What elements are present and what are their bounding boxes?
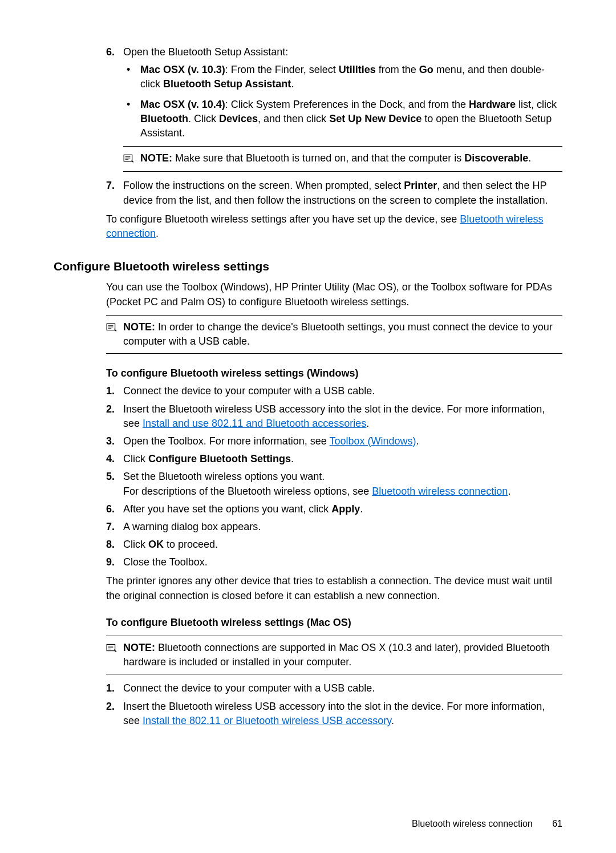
b: Set Up New Device — [329, 113, 422, 124]
t: For descriptions of the Bluetooth wirele… — [123, 484, 562, 499]
page-number: 61 — [552, 819, 562, 828]
step-6-bullet-2-content: Mac OSX (v. 10.4): Click System Preferen… — [140, 98, 562, 141]
step-6-note: NOTE: Make sure that Bluetooth is turned… — [123, 146, 562, 172]
t: Make sure that Bluetooth is turned on, a… — [172, 152, 464, 164]
win-step-8: 8. Click OK to proceed. — [106, 537, 562, 552]
t: , and then click — [258, 113, 329, 124]
footer-title: Bluetooth wireless connection — [412, 819, 533, 828]
t: . — [508, 486, 510, 497]
win-step-1: 1. Connect the device to your computer w… — [106, 384, 562, 398]
b: OK — [148, 539, 164, 550]
b: Printer — [404, 180, 437, 191]
intro-paragraph: You can use the Toolbox (Windows), HP Pr… — [106, 280, 562, 309]
b: Apply — [331, 503, 360, 515]
t: For descriptions of the Bluetooth wirele… — [123, 486, 372, 497]
mac-step-1: 1. Connect the device to your computer w… — [106, 681, 562, 696]
win-step-3: 3. Open the Toolbox. For more informatio… — [106, 434, 562, 448]
b: Devices — [219, 113, 258, 124]
win-after-paragraph: The printer ignores any other device tha… — [106, 574, 562, 603]
t: . — [391, 715, 394, 726]
b: Discoverable — [464, 152, 528, 164]
windows-subhead: To configure Bluetooth wireless settings… — [106, 366, 562, 381]
link-install-80211-bluetooth-usb[interactable]: Install the 802.11 or Bluetooth wireless… — [143, 715, 391, 726]
t: Click OK to proceed. — [123, 537, 562, 552]
win-step-6: 6. After you have set the options you wa… — [106, 502, 562, 516]
step-7: 7. Follow the instructions on the screen… — [106, 179, 562, 207]
t: Follow the instructions on the screen. W… — [123, 180, 404, 191]
win-step-2: 2. Insert the Bluetooth wireless USB acc… — [106, 402, 562, 431]
n: 7. — [106, 520, 123, 534]
step-6-bullet-1: • Mac OSX (v. 10.3): From the Finder, se… — [123, 63, 562, 91]
b: Bluetooth Setup Assistant — [163, 78, 291, 90]
b: Utilities — [339, 64, 376, 75]
n: 8. — [106, 537, 123, 552]
step-6-text: Open the Bluetooth Setup Assistant: — [123, 45, 562, 59]
note-icon — [123, 151, 140, 167]
step-6-bullet-2: • Mac OSX (v. 10.4): Click System Prefer… — [123, 98, 562, 141]
t: from the — [376, 64, 419, 75]
step-7-number: 7. — [106, 179, 123, 207]
t: A warning dialog box appears. — [123, 520, 562, 534]
t: . — [366, 418, 369, 429]
link-install-80211-bluetooth[interactable]: Install and use 802.11 and Bluetooth acc… — [143, 418, 366, 429]
t: Click — [123, 539, 148, 550]
b: Bluetooth — [140, 113, 188, 124]
note-label: NOTE: — [123, 321, 155, 333]
t: list, click — [516, 99, 557, 110]
t: Click — [123, 453, 148, 464]
t: . — [291, 78, 294, 90]
note-label: NOTE: — [123, 642, 155, 653]
b: Hardware — [469, 99, 516, 110]
bullet-dot-icon: • — [123, 63, 140, 91]
t: After you have set the options you want,… — [123, 502, 562, 516]
t: Click Configure Bluetooth Settings. — [123, 452, 562, 466]
b: Mac OSX (v. 10.3) — [140, 64, 225, 75]
after-step-7-paragraph: To configure Bluetooth wireless settings… — [106, 212, 562, 241]
t: Close the Toolbox. — [123, 555, 562, 569]
t: Open the Toolbox. For more information, … — [123, 434, 562, 448]
b: Mac OSX (v. 10.4) — [140, 99, 225, 110]
t: . Click — [188, 113, 219, 124]
page-footer: Bluetooth wireless connection 61 — [412, 818, 562, 830]
step-6-note-text: NOTE: Make sure that Bluetooth is turned… — [140, 151, 562, 165]
n: 2. — [106, 402, 123, 431]
link-bluetooth-wireless-connection-2[interactable]: Bluetooth wireless connection — [372, 486, 508, 497]
mac-note-text: NOTE: Bluetooth connections are supporte… — [123, 641, 562, 669]
b: Go — [419, 64, 433, 75]
t: Open the Toolbox. For more information, … — [123, 435, 330, 447]
t: : From the Finder, select — [225, 64, 339, 75]
t: Connect the device to your computer with… — [123, 681, 562, 696]
mac-step-2: 2. Insert the Bluetooth wireless USB acc… — [106, 700, 562, 728]
n: 6. — [106, 502, 123, 516]
t: Insert the Bluetooth wireless USB access… — [123, 402, 562, 431]
bullet-dot-icon: • — [123, 98, 140, 141]
t: Set the Bluetooth wireless options you w… — [123, 470, 562, 484]
step-6-number: 6. — [106, 45, 123, 59]
mac-note: NOTE: Bluetooth connections are supporte… — [106, 636, 562, 674]
t: To configure Bluetooth wireless settings… — [106, 213, 460, 225]
main-note: NOTE: In order to change the device's Bl… — [106, 315, 562, 354]
step-6: 6. Open the Bluetooth Setup Assistant: — [106, 45, 562, 59]
t: Insert the Bluetooth wireless USB access… — [123, 700, 562, 728]
heading-configure-bluetooth: Configure Bluetooth wireless settings — [54, 258, 562, 274]
b: Configure Bluetooth Settings — [148, 453, 291, 464]
n: 9. — [106, 555, 123, 569]
n: 1. — [106, 384, 123, 398]
t: After you have set the options you want,… — [123, 503, 331, 515]
n: 1. — [106, 681, 123, 696]
t: : Click System Preferences in the Dock, … — [225, 99, 469, 110]
link-toolbox-windows[interactable]: Toolbox (Windows) — [330, 435, 416, 447]
t: . — [528, 152, 531, 164]
win-step-5: 5. Set the Bluetooth wireless options yo… — [106, 470, 562, 498]
t: . — [291, 453, 294, 464]
t: Bluetooth connections are supported in M… — [123, 642, 549, 668]
win-step-7: 7. A warning dialog box appears. — [106, 520, 562, 534]
main-note-text: NOTE: In order to change the device's Bl… — [123, 320, 562, 349]
n: 5. — [106, 470, 123, 498]
n: 2. — [106, 700, 123, 728]
mac-subhead: To configure Bluetooth wireless settings… — [106, 616, 562, 630]
win-step-9: 9. Close the Toolbox. — [106, 555, 562, 569]
win-step-4: 4. Click Configure Bluetooth Settings. — [106, 452, 562, 466]
n: 3. — [106, 434, 123, 448]
t: Set the Bluetooth wireless options you w… — [123, 470, 562, 498]
